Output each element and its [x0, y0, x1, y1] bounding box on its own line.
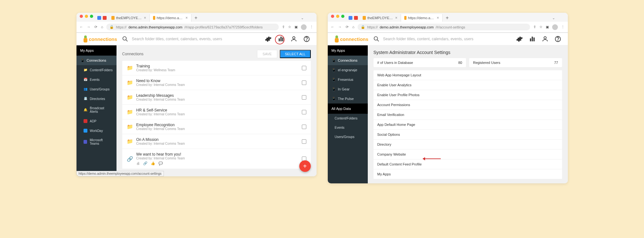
back-button[interactable]: ← — [80, 25, 83, 29]
menu-icon[interactable]: ⋮ — [310, 25, 313, 29]
sidebar-item-broadcast-alerts[interactable]: 🔔Broadcast Alerts — [76, 104, 117, 116]
analytics-icon[interactable] — [529, 35, 536, 42]
folder-row[interactable]: 📁Employee RecognitionCreated by: Interna… — [122, 119, 311, 134]
checkbox[interactable] — [302, 95, 306, 100]
sidebar-item-events[interactable]: Events — [328, 123, 368, 132]
bookmark-icon[interactable]: ☆ — [539, 25, 543, 29]
sidebar-item-content-folders[interactable]: Content/Folders — [328, 114, 368, 123]
sidebar-item-fresenius[interactable]: 📱Fresenius — [328, 75, 368, 84]
sidebar-item-in-gear[interactable]: 📱In Gear — [328, 84, 368, 94]
menu-icon[interactable]: ⋮ — [561, 25, 565, 29]
sidebar-item-connections[interactable]: 📱Connections — [328, 56, 368, 65]
pinned-tab-gmail[interactable] — [103, 16, 107, 20]
checkbox[interactable] — [302, 81, 306, 85]
sidebar-item-users-groups[interactable]: Users/Groups — [328, 132, 368, 142]
settings-row[interactable]: Email Verification — [374, 110, 562, 120]
settings-row[interactable]: Default Content Feed Profile — [374, 159, 562, 169]
maximize-window-button[interactable] — [90, 15, 93, 18]
close-window-button[interactable] — [80, 15, 83, 18]
search-input[interactable] — [383, 37, 511, 41]
chevron-down-icon[interactable]: ⌄ — [552, 16, 555, 20]
like-icon[interactable]: 👍 — [151, 161, 155, 165]
settings-row[interactable]: Account Permissions — [374, 100, 562, 110]
bookmark-icon[interactable]: ☆ — [288, 25, 291, 29]
profile-avatar[interactable] — [301, 24, 307, 30]
settings-row[interactable]: Enable User Analytics — [374, 80, 562, 90]
home-button[interactable]: ⌂ — [101, 25, 103, 29]
back-button[interactable]: ← — [331, 25, 334, 29]
settings-row[interactable]: Web App Homepage Layout — [374, 70, 562, 80]
comment-icon[interactable]: 💬 — [158, 161, 163, 165]
sidebar-item-users-groups[interactable]: 👥Users/Groups — [76, 84, 117, 94]
sidebar-item-directories[interactable]: 📇Directories — [76, 94, 117, 104]
app-logo[interactable]: connections — [334, 35, 368, 42]
new-tab-button[interactable]: + — [443, 14, 452, 22]
browser-tab[interactable]: https://demo.admin.theemplo× — [150, 14, 191, 22]
home-button[interactable]: ⌂ — [352, 25, 355, 29]
checkbox[interactable] — [302, 110, 306, 114]
browser-tab[interactable]: https://demo.admin.theemplo× — [401, 14, 443, 22]
address-bar[interactable]: 🔒 https://demo.admin.theemployeeapp.com/… — [358, 24, 530, 30]
checkbox[interactable] — [302, 66, 306, 70]
close-tab-icon[interactable]: × — [185, 16, 188, 20]
sidebar-item-microsoft-teams[interactable]: Microsoft Teams — [76, 135, 117, 148]
close-window-button[interactable] — [331, 15, 334, 18]
help-icon[interactable] — [303, 35, 310, 42]
forward-button[interactable]: → — [338, 25, 342, 29]
address-bar[interactable]: 🔒 https://demo.admin.theemployeeapp.com/… — [106, 24, 278, 30]
user-icon[interactable] — [290, 35, 297, 42]
folder-row[interactable]: 📁HR & Self-ServiceCreated by: Internal C… — [122, 105, 311, 119]
pinned-tab-gmail[interactable] — [354, 16, 358, 20]
link-icon[interactable]: 🔗 — [143, 161, 148, 165]
sidebar-item-connections[interactable]: 📱Connections — [76, 56, 117, 65]
save-button[interactable]: SAVE — [257, 50, 277, 58]
print-icon[interactable]: 🖨 — [136, 161, 140, 165]
settings-row[interactable]: Social Options — [374, 130, 562, 140]
maximize-window-button[interactable] — [341, 15, 344, 18]
folder-row[interactable]: 🔗We want to hear from you!Created by: In… — [122, 149, 311, 169]
browser-tab[interactable]: theEMPLOYEEapp× — [108, 14, 150, 22]
pinned-tab-calendar[interactable] — [97, 16, 101, 20]
settings-row[interactable]: Company Website — [374, 150, 562, 159]
share-icon[interactable]: ⇧ — [282, 25, 285, 29]
select-all-button[interactable]: SELECT ALL — [280, 50, 311, 58]
sidebar-item-events[interactable]: 📅Events — [76, 75, 117, 84]
close-tab-icon[interactable]: × — [395, 16, 397, 20]
app-logo[interactable]: connections — [83, 35, 117, 42]
share-icon[interactable]: ⇧ — [533, 25, 536, 29]
sidebar-item-workday[interactable]: WorkDay — [76, 126, 117, 135]
sidebar-item-content-folders[interactable]: 📁Content/Folders — [76, 65, 117, 75]
search-bar[interactable] — [373, 35, 511, 42]
folder-row[interactable]: 📁On A MissionCreated by: Internal Comms … — [122, 134, 311, 149]
add-fab-button[interactable]: + — [299, 160, 311, 172]
new-tab-button[interactable]: + — [191, 14, 201, 22]
folder-row[interactable]: 📁TrainingCreated by: Wellness Team — [122, 61, 311, 75]
user-icon[interactable] — [542, 35, 549, 42]
checkbox[interactable] — [302, 125, 306, 129]
reload-button[interactable]: ⟳ — [346, 25, 349, 29]
extensions-icon[interactable]: ▣ — [294, 25, 298, 29]
settings-row[interactable]: Enable User Profile Photos — [374, 90, 562, 100]
sidebar-item-adp[interactable]: ADP — [76, 116, 117, 126]
browser-tab[interactable]: theEMPLOYEEapp× — [359, 14, 401, 22]
folder-row[interactable]: 📁Need to KnowCreated by: Internal Comms … — [122, 75, 311, 90]
gear-icon[interactable] — [265, 35, 272, 42]
extensions-icon[interactable]: ▣ — [546, 25, 549, 29]
search-bar[interactable] — [122, 35, 260, 42]
settings-row[interactable]: Directory — [374, 140, 562, 150]
search-input[interactable] — [132, 37, 260, 41]
close-tab-icon[interactable]: × — [144, 16, 146, 20]
pinned-tab-calendar[interactable] — [349, 16, 352, 20]
chevron-down-icon[interactable]: ⌄ — [301, 16, 304, 20]
minimize-window-button[interactable] — [85, 15, 88, 18]
folder-row[interactable]: 📁Leadership MessagesCreated by: Internal… — [122, 90, 311, 105]
close-tab-icon[interactable]: × — [437, 16, 439, 20]
settings-row[interactable]: App Default Home Page — [374, 120, 562, 130]
profile-avatar[interactable] — [552, 24, 558, 30]
help-icon[interactable] — [554, 35, 561, 42]
sidebar-item-the-pulse[interactable]: 📱The Pulse — [328, 94, 368, 104]
gear-icon[interactable] — [516, 35, 523, 42]
settings-row-my-apps[interactable]: My Apps — [374, 169, 562, 179]
reload-button[interactable]: ⟳ — [94, 25, 97, 29]
forward-button[interactable]: → — [87, 25, 91, 29]
